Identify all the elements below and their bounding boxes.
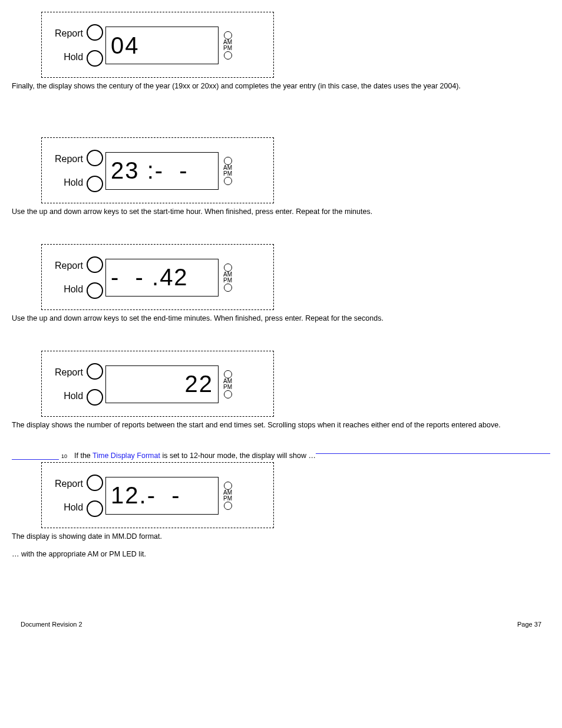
lcd-panel-2: Report Hold 23 :- - AM PM — [41, 137, 274, 203]
report-led — [87, 150, 103, 166]
pm-led — [224, 177, 232, 185]
lcd-panel-4: Report Hold 22 AM PM — [41, 351, 274, 417]
caption-4: The display shows the number of reports … — [12, 420, 550, 430]
hold-led — [87, 282, 103, 299]
footer-left: Document Revision 2 — [21, 621, 82, 628]
hold-led — [87, 389, 103, 406]
report-label: Report — [55, 254, 83, 278]
lcd-display: 12.- - — [105, 477, 219, 515]
footnote-link[interactable]: Time Display Format — [92, 452, 160, 460]
pm-led — [224, 284, 232, 292]
display-value: 12.- - — [111, 482, 180, 509]
report-label: Report — [55, 472, 83, 496]
report-hold-leds — [87, 470, 103, 522]
footnote-text: If the Time Display Format is set to 12-… — [74, 452, 316, 460]
am-led — [224, 482, 232, 490]
caption-1: Finally, the display shows the century o… — [12, 81, 550, 91]
pm-label: PM — [223, 171, 232, 177]
lcd-panel-5: Report Hold 12.- - AM PM — [41, 462, 274, 528]
footnote-number: 10 — [61, 453, 67, 459]
pm-label: PM — [223, 45, 232, 51]
report-label: Report — [55, 361, 83, 384]
caption-3: Use the up and down arrow keys to set th… — [12, 314, 550, 324]
pm-led — [224, 390, 232, 398]
ampm-indicators: AM PM — [223, 482, 232, 510]
footnote-pre: If the — [74, 452, 92, 460]
hold-label: Hold — [64, 496, 83, 519]
left-labels: Report Hold — [55, 147, 83, 195]
pm-label: PM — [223, 496, 232, 502]
pm-label: PM — [223, 278, 232, 284]
hold-label: Hold — [64, 278, 83, 301]
lcd-panel-1: Report Hold 04 AM PM — [41, 12, 274, 78]
caption-2: Use the up and down arrow keys to set th… — [12, 207, 550, 217]
left-labels: Report Hold — [55, 361, 83, 408]
ampm-indicators: AM PM — [223, 263, 232, 292]
report-hold-leds — [87, 145, 103, 197]
report-hold-leds — [87, 252, 103, 304]
lcd-display: 23 :- - — [105, 152, 219, 190]
ampm-indicators: AM PM — [223, 157, 232, 185]
continuation-text: … with the appropriate AM or PM LED lit. — [12, 549, 550, 559]
hold-led — [87, 500, 103, 517]
display-value: - - .42 — [111, 264, 189, 291]
hold-label: Hold — [64, 384, 83, 408]
pm-led — [224, 51, 232, 60]
left-labels: Report Hold — [55, 254, 83, 301]
left-labels: Report Hold — [55, 472, 83, 519]
hold-label: Hold — [64, 45, 83, 69]
report-hold-leds — [87, 19, 103, 71]
am-led — [224, 157, 232, 165]
caption-5: The display is showing date in MM.DD for… — [12, 532, 550, 542]
left-labels: Report Hold — [55, 22, 83, 69]
report-led — [87, 475, 103, 491]
report-led — [87, 363, 103, 380]
page-footer: Document Revision 2 Page 37 — [21, 621, 541, 628]
hold-label: Hold — [64, 171, 83, 195]
report-label: Report — [55, 147, 83, 171]
display-value: 04 — [111, 32, 140, 59]
footnote-post: is set to 12-hour mode, the display will… — [162, 452, 316, 460]
lcd-display: 22 — [105, 365, 219, 403]
hold-led — [87, 176, 103, 192]
display-value: 23 :- - — [111, 157, 189, 184]
footnote-rule-left — [12, 459, 59, 460]
am-led — [224, 370, 232, 378]
footer-right: Page 37 — [517, 621, 541, 628]
ampm-indicators: AM PM — [223, 370, 232, 398]
ampm-indicators: AM PM — [223, 31, 232, 60]
am-led — [224, 31, 232, 39]
report-led — [87, 24, 103, 41]
lcd-panel-3: Report Hold - - .42 AM PM — [41, 244, 274, 310]
am-led — [224, 263, 232, 272]
report-hold-leds — [87, 358, 103, 410]
footnote-area: 10 If the Time Display Format is set to … — [12, 452, 550, 460]
pm-label: PM — [223, 384, 232, 390]
report-led — [87, 256, 103, 273]
display-value: 22 — [185, 371, 214, 397]
hold-led — [87, 50, 103, 67]
report-label: Report — [55, 22, 83, 45]
pm-led — [224, 502, 232, 510]
am-label: AM — [223, 490, 232, 496]
lcd-display: - - .42 — [105, 259, 219, 297]
lcd-display: 04 — [105, 27, 219, 64]
footnote-rule-right — [316, 453, 550, 454]
